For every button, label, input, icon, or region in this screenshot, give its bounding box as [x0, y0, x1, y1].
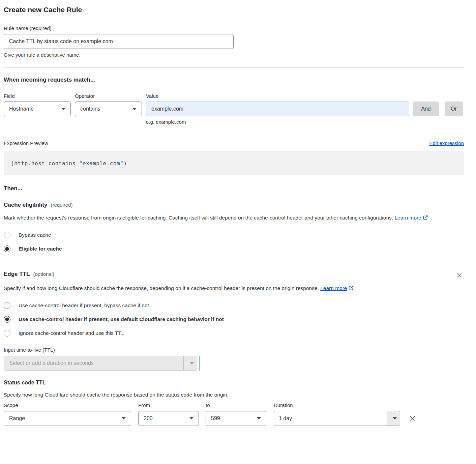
then-heading: Then...: [4, 185, 464, 192]
scope-label: Scope: [4, 402, 138, 408]
edge-ttl-description-text: Specify if and how long Cloudflare shoul…: [4, 285, 320, 291]
radio-icon[interactable]: [4, 302, 10, 309]
create-cache-rule-form: Create new Cache Rule Rule name (require…: [0, 0, 476, 433]
section-divider: [4, 262, 464, 262]
expression-preview-row: Expression Preview Edit expression: [4, 140, 464, 146]
expression-code: (http.host contains "example.com"): [4, 151, 464, 175]
learn-more-link[interactable]: Learn more: [320, 285, 347, 291]
radio-label: Ignore cache-control header and use this…: [19, 330, 124, 336]
value-hint: e.g. example.com: [146, 119, 464, 125]
and-button[interactable]: And: [413, 102, 439, 116]
caret-glyph: [393, 417, 397, 419]
from-select[interactable]: 200: [138, 411, 199, 426]
radio-label: Use cache-control header if present, byp…: [19, 302, 149, 309]
duration-select-value: 1 day: [274, 411, 387, 426]
edit-expression-link[interactable]: Edit expression: [429, 140, 464, 146]
edge-ttl-heading: Edge TTL: [4, 271, 30, 278]
expression-preview-label: Expression Preview: [4, 140, 48, 146]
caret-glyph: [190, 362, 194, 365]
ttl-duration-select[interactable]: Select or add a duration in seconds: [4, 356, 197, 371]
delete-row-icon[interactable]: [408, 414, 417, 423]
ttl-input-label: Input time-to-live (TTL): [4, 347, 464, 353]
cache-eligibility-description-text: Mark whether the request’s response from…: [4, 215, 394, 221]
radio-label: Eligible for cache: [19, 246, 62, 252]
ttl-select-row: Select or add a duration in seconds: [4, 356, 464, 371]
radio-icon[interactable]: [4, 316, 10, 323]
radio-icon[interactable]: [4, 232, 10, 238]
match-column-labels: Field Operator Value: [4, 93, 464, 99]
rule-name-help: Give your rule a descriptive name.: [4, 52, 464, 58]
cache-eligibility-heading-row: Cache eligibility (required): [4, 202, 464, 208]
operator-select[interactable]: contains: [75, 102, 142, 116]
operator-select-value: contains: [80, 106, 100, 112]
scope-select-value: Range: [9, 415, 25, 422]
radio-eligible-for-cache[interactable]: Eligible for cache: [4, 245, 464, 252]
duration-label: Duration: [274, 402, 293, 408]
radio-label: Bypass cache: [19, 232, 51, 238]
to-select[interactable]: 599: [206, 411, 266, 426]
external-link-icon: [423, 215, 428, 220]
chevron-down-icon[interactable]: [387, 411, 400, 426]
rule-name-label: Rule name (required): [4, 25, 464, 31]
cache-eligibility-heading: Cache eligibility: [4, 202, 47, 208]
match-heading: When incoming requests match...: [4, 77, 464, 83]
or-button[interactable]: Or: [445, 102, 463, 116]
chevron-down-icon: [257, 417, 261, 419]
field-label: Field: [4, 93, 75, 99]
chevron-down-icon: [61, 108, 65, 110]
status-code-controls-row: Range 200 599 1 day: [4, 411, 464, 426]
chevron-down-icon: [132, 108, 137, 110]
value-input[interactable]: [146, 102, 409, 116]
radio-icon[interactable]: [4, 245, 10, 252]
from-select-value: 200: [144, 415, 153, 422]
close-icon[interactable]: [456, 271, 463, 279]
edge-ttl-qualifier: (optional): [33, 271, 54, 277]
edge-ttl-description: Specify if and how long Cloudflare shoul…: [4, 283, 376, 293]
to-select-value: 599: [211, 415, 220, 422]
chevron-down-icon: [122, 417, 126, 419]
status-code-ttl-description: Specify how long Cloudflare should cache…: [4, 392, 464, 398]
edge-ttl-heading-group: Edge TTL (optional): [4, 271, 54, 278]
status-code-column-labels: Scope From to Duration: [4, 402, 464, 408]
rule-name-input[interactable]: [4, 34, 234, 49]
field-select[interactable]: Hostname: [4, 102, 71, 116]
operator-label: Operator: [75, 93, 146, 99]
page-title: Create new Cache Rule: [4, 5, 464, 14]
field-select-value: Hostname: [9, 106, 34, 112]
text-cursor: [199, 356, 200, 371]
radio-ignore-cache-control[interactable]: Ignore cache-control header and use this…: [4, 330, 464, 337]
cache-eligibility-qualifier: (required): [51, 202, 72, 208]
chevron-down-icon[interactable]: [183, 356, 197, 370]
section-divider: [4, 67, 464, 68]
scope-select[interactable]: Range: [4, 411, 131, 426]
duration-select[interactable]: 1 day: [274, 411, 400, 426]
ttl-duration-placeholder: Select or add a duration in seconds: [4, 356, 183, 370]
edge-ttl-heading-row: Edge TTL (optional): [4, 271, 464, 279]
chevron-down-icon: [189, 417, 194, 419]
value-label: Value: [146, 93, 409, 99]
external-link-icon: [348, 285, 354, 291]
radio-icon[interactable]: [4, 330, 10, 337]
status-code-ttl-heading: Status code TTL: [4, 380, 464, 386]
to-label: to: [206, 402, 274, 408]
cache-eligibility-description: Mark whether the request’s response from…: [4, 213, 457, 223]
radio-label: Use cache-control header if present, use…: [19, 316, 224, 322]
match-controls-row: Hostname contains And Or: [4, 102, 464, 116]
from-label: From: [138, 402, 206, 408]
radio-bypass-cache[interactable]: Bypass cache: [4, 232, 464, 238]
learn-more-link[interactable]: Learn more: [394, 215, 421, 221]
radio-cache-control-bypass[interactable]: Use cache-control header if present, byp…: [4, 302, 464, 309]
radio-cache-control-default[interactable]: Use cache-control header if present, use…: [4, 316, 464, 323]
